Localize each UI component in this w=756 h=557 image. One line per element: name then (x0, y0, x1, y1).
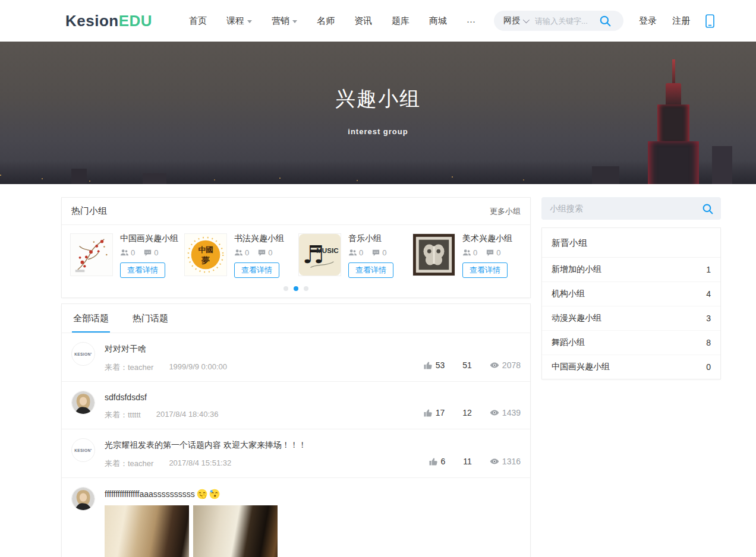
topic-row[interactable]: sdfdsfdsdsf 来着：tttttt 2017/8/4 18:40:36 … (62, 382, 530, 429)
carousel-dot-active[interactable] (294, 286, 298, 291)
tab-hot-topics[interactable]: 热门话题 (131, 304, 169, 333)
sidebar-item-dance-group[interactable]: 舞蹈小组 8 (542, 331, 720, 355)
topic-title[interactable]: sdfdsfdsdsf (105, 393, 423, 402)
carousel-dot[interactable] (304, 286, 308, 291)
header-search-input[interactable] (535, 17, 599, 26)
topic-author: tttttt (128, 410, 141, 419)
eye-icon (490, 457, 499, 466)
svg-text:中國: 中國 (198, 245, 213, 254)
plum-blossom-painting-image[interactable] (70, 233, 113, 276)
group-name[interactable]: 书法兴趣小组 (234, 233, 284, 244)
group-members-stat: 0 (234, 248, 249, 257)
avatar-kesion-logo: KESION’ (71, 342, 95, 366)
music-clef-image[interactable]: ♬MUSIC (298, 233, 341, 276)
nav-mall[interactable]: 商城 (429, 15, 447, 27)
nav-courses[interactable]: 课程 (226, 15, 252, 27)
topic-photo[interactable] (105, 505, 189, 557)
search-icon[interactable] (702, 203, 713, 214)
topics-card: 全部话题 热门话题 KESION’ 对对对干啥 来着：teacher 1999/… (61, 303, 531, 557)
topic-title[interactable]: ffffffffffffffffaaassssssssss (105, 489, 521, 499)
more-groups-link[interactable]: 更多小组 (490, 206, 521, 217)
nav-more[interactable]: ··· (467, 16, 475, 26)
sidebar-item-anime-group[interactable]: 动漫兴趣小组 3 (542, 306, 720, 331)
group-card-row: 中国画兴趣小组 0 0 查看详情 中國夢 书法兴趣小组 (62, 225, 530, 279)
view-details-button[interactable]: 查看详情 (462, 262, 508, 278)
group-members-stat: 0 (462, 248, 477, 257)
register-link[interactable]: 注册 (672, 15, 690, 27)
topic-stats: 17 12 1439 (423, 408, 521, 417)
site-logo[interactable]: KesionEDU (65, 12, 152, 30)
view-details-button[interactable]: 查看详情 (234, 262, 279, 278)
nav-news[interactable]: 资讯 (354, 15, 372, 27)
carousel-dots (62, 279, 530, 298)
topic-stats: 53 51 2078 (423, 360, 521, 370)
comments-stat: 11 (463, 457, 472, 466)
carousel-dot[interactable] (284, 286, 288, 291)
building-silhouette (71, 169, 87, 184)
building-silhouette (712, 146, 732, 184)
group-topics-stat: 0 (371, 248, 386, 257)
page-title: 兴趣小组 (0, 42, 756, 113)
topic-title[interactable]: 对对对干啥 (105, 344, 423, 355)
topic-time: 2017/8/4 15:51:32 (169, 458, 231, 469)
sidebar-item-chinese-painting-group[interactable]: 中国画兴趣小组 0 (542, 355, 720, 379)
tab-all-topics[interactable]: 全部话题 (72, 304, 110, 333)
building-silhouette (143, 173, 166, 184)
group-name[interactable]: 音乐小组 (348, 233, 393, 244)
group-topics-stat: 0 (257, 248, 272, 257)
auth-area: 登录 注册 (639, 14, 714, 28)
topic-row[interactable]: ffffffffffffffffaaassssssssss (62, 478, 530, 557)
topic-photo[interactable] (193, 505, 278, 557)
whistle-emoji (209, 489, 220, 499)
people-icon (462, 248, 471, 257)
topic-tabs: 全部话题 热门话题 (62, 304, 530, 333)
chevron-down-icon (292, 20, 297, 23)
building-silhouette (592, 166, 619, 184)
group-card: 中國夢 书法兴趣小组 0 0 查看详情 (182, 233, 296, 278)
avatar-woman-photo (71, 391, 95, 414)
mobile-phone-icon[interactable] (705, 14, 714, 28)
sidebar-item-new-added-group[interactable]: 新增加的小组 1 (542, 258, 720, 282)
people-icon (120, 248, 129, 257)
framed-butterfly-art-image[interactable] (412, 233, 455, 276)
topic-row[interactable]: KESION’ 对对对干啥 来着：teacher 1999/9/9 0:00:0… (62, 333, 530, 382)
topic-photos (105, 505, 521, 557)
nav-marketing[interactable]: 营销 (272, 15, 297, 27)
group-topics-stat: 0 (143, 248, 158, 257)
view-details-button[interactable]: 查看详情 (120, 262, 165, 278)
thumbs-up-icon (423, 360, 433, 370)
svg-text:夢: 夢 (201, 255, 210, 265)
top-header: KesionEDU 首页 课程 营销 名师 资讯 题库 商城 ··· 网授 登录… (0, 0, 756, 42)
group-count: 4 (706, 289, 711, 299)
likes-stat: 17 (423, 408, 445, 417)
topic-title[interactable]: 光宗耀祖发表的第一个话题内容 欢迎大家来捧场！！！ (105, 440, 429, 451)
group-name[interactable]: 中国画兴趣小组 (120, 233, 178, 244)
people-icon (234, 248, 243, 257)
avatar-woman-photo (71, 487, 95, 511)
svg-text:MUSIC: MUSIC (316, 246, 339, 254)
sidebar-item-institution-group[interactable]: 机构小组 4 (542, 282, 720, 306)
search-icon[interactable] (599, 15, 611, 27)
calligraphy-china-dream-image[interactable]: 中國夢 (184, 233, 227, 276)
new-groups-card: 新晋小组 新增加的小组 1 机构小组 4 动漫兴趣小组 3 舞蹈小组 8 中国画… (541, 227, 721, 379)
views-stat: 1316 (490, 457, 521, 466)
chevron-down-icon (247, 20, 252, 23)
search-category-dropdown[interactable]: 网授 (503, 15, 528, 26)
giggle-emoji (197, 489, 207, 499)
header-search-bar: 网授 (494, 11, 623, 31)
group-count: 3 (706, 314, 711, 323)
group-count: 0 (706, 362, 711, 372)
nav-teachers[interactable]: 名师 (317, 15, 335, 27)
topic-meta: 来着：tttttt 2017/8/4 18:40:36 (105, 410, 423, 420)
hot-groups-title: 热门小组 (71, 205, 107, 217)
topic-row[interactable]: KESION’ 光宗耀祖发表的第一个话题内容 欢迎大家来捧场！！！ 来着：tea… (62, 429, 530, 478)
login-link[interactable]: 登录 (639, 15, 657, 27)
view-details-button[interactable]: 查看详情 (348, 262, 393, 278)
city-skyline (0, 160, 756, 184)
group-search-input[interactable] (550, 204, 702, 213)
group-count: 1 (706, 265, 711, 274)
svg-text:♬: ♬ (303, 240, 325, 269)
nav-question-bank[interactable]: 题库 (392, 15, 410, 27)
group-name[interactable]: 美术兴趣小组 (462, 233, 512, 244)
nav-home[interactable]: 首页 (189, 15, 207, 27)
